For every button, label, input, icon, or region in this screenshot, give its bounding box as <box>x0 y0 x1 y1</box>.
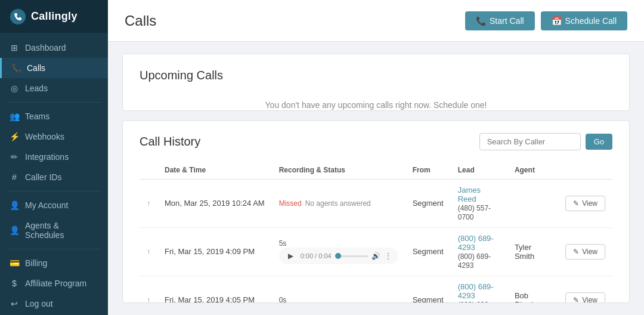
sidebar-item-label: Caller IDs <box>25 172 61 182</box>
edit-icon: ✎ <box>573 199 579 208</box>
webhooks-icon: ⚡ <box>10 132 19 141</box>
duration: 5s <box>279 239 287 248</box>
row-lead: (800) 689-4293(800) 689-4293 <box>451 227 507 276</box>
view-button[interactable]: ✎View <box>565 292 605 303</box>
arrow-icon: ↑ <box>147 199 150 208</box>
row-lead: (800) 689-4293(800) 689-4293 <box>451 276 507 303</box>
sidebar: Callingly ⊞ Dashboard 📞 Calls ◎ Leads 👥 … <box>0 0 108 315</box>
audio-time: 0:00 / 0:04 <box>301 252 332 260</box>
agent-name: Bob Rhodes <box>515 291 541 303</box>
lead-phone: (800) 689-4293 <box>458 252 491 270</box>
play-button[interactable]: ▶ <box>285 250 297 262</box>
sidebar-item-agents-schedules[interactable]: 👤 Agents & Schedules <box>0 215 108 245</box>
row-agent: Tyler Smith <box>507 227 558 276</box>
sidebar-item-label: Calls <box>27 63 45 73</box>
row-actions: ✎View <box>558 276 612 303</box>
sidebar-item-caller-ids[interactable]: # Caller IDs <box>0 167 108 187</box>
col-lead: Lead <box>451 161 507 180</box>
view-button[interactable]: ✎View <box>565 196 605 211</box>
call-history-table: Date & Time Recording & Status From Lead… <box>140 161 612 303</box>
phone-icon: 📞 <box>476 16 486 26</box>
row-recording-status: 5s ▶ 0:00 / 0:04 🔊 ⋮ <box>272 227 405 276</box>
row-from: Segment <box>405 276 451 303</box>
table-header-row: Date & Time Recording & Status From Lead… <box>140 161 612 180</box>
billing-icon: 💳 <box>10 258 19 268</box>
sidebar-item-label: Webhooks <box>25 132 64 141</box>
integrations-icon: ✏ <box>10 152 19 162</box>
call-history-header: Call History Go <box>140 133 612 150</box>
sidebar-item-label: Leads <box>25 84 48 93</box>
caller-ids-icon: # <box>10 172 19 182</box>
agents-icon: 👤 <box>10 226 19 235</box>
sidebar-item-label: My Account <box>25 200 68 210</box>
sidebar-item-logout[interactable]: ↩ Log out <box>0 294 108 314</box>
logout-icon: ↩ <box>10 299 19 308</box>
sidebar-item-billing[interactable]: 💳 Billing <box>0 253 108 273</box>
upcoming-calls-title: Upcoming Calls <box>140 69 612 82</box>
row-from: Segment <box>405 179 451 227</box>
lead-link[interactable]: James Reed <box>458 186 500 203</box>
page-title: Calls <box>125 13 156 29</box>
affiliate-icon: $ <box>10 279 19 288</box>
schedule-call-label: Schedule Call <box>565 16 617 26</box>
table-row: ↑Mon, Mar 25, 2019 10:24 AMMissedNo agen… <box>140 179 612 227</box>
status-missed: Missed <box>279 199 302 208</box>
sidebar-item-integrations[interactable]: ✏ Integrations <box>0 147 108 167</box>
nav-divider-3 <box>7 249 101 249</box>
edit-icon: ✎ <box>573 248 579 256</box>
sidebar-item-affiliate[interactable]: $ Affiliate Program <box>0 273 108 294</box>
call-history-table-wrap: Date & Time Recording & Status From Lead… <box>140 161 612 303</box>
logo-text: Callingly <box>31 10 78 23</box>
sidebar-item-my-account[interactable]: 👤 My Account <box>0 195 108 215</box>
arrow-icon: ↑ <box>147 296 150 303</box>
upcoming-calls-empty: You don't have any upcoming calls right … <box>140 94 612 111</box>
sidebar-item-teams[interactable]: 👥 Teams <box>0 106 108 126</box>
lead-phone: (480) 557-0700 <box>458 204 491 221</box>
sidebar-item-label: Integrations <box>25 152 69 162</box>
search-area: Go <box>479 133 612 150</box>
nav-divider-1 <box>7 102 101 103</box>
sidebar-item-leads[interactable]: ◎ Leads <box>0 78 108 98</box>
col-arrow <box>140 161 157 180</box>
lead-link[interactable]: (800) 689-4293 <box>458 234 500 252</box>
row-date: Fri, Mar 15, 2019 4:05 PM <box>157 276 272 303</box>
schedule-call-button[interactable]: 📅 Schedule Call <box>541 11 627 30</box>
row-date: Mon, Mar 25, 2019 10:24 AM <box>157 179 272 227</box>
volume-icon[interactable]: 🔊 <box>371 252 380 260</box>
start-call-button[interactable]: 📞 Start Call <box>465 11 535 30</box>
search-caller-input[interactable] <box>479 133 581 150</box>
search-go-button[interactable]: Go <box>586 134 612 150</box>
sidebar-item-label: Affiliate Program <box>25 279 86 288</box>
svg-point-0 <box>10 9 26 24</box>
page-header: Calls 📞 Start Call 📅 Schedule Call <box>108 0 644 42</box>
callingly-logo-icon <box>10 8 26 25</box>
progress-bar[interactable] <box>335 255 368 257</box>
more-options-icon[interactable]: ⋮ <box>384 251 392 261</box>
dashboard-icon: ⊞ <box>10 43 19 52</box>
row-recording-status: 0s <box>272 276 405 303</box>
sidebar-item-label: Log out <box>25 299 53 308</box>
logo[interactable]: Callingly <box>0 0 108 33</box>
sidebar-item-dashboard[interactable]: ⊞ Dashboard <box>0 38 108 58</box>
sidebar-item-webhooks[interactable]: ⚡ Webhooks <box>0 126 108 147</box>
audio-player: ▶ 0:00 / 0:04 🔊 ⋮ <box>279 248 398 264</box>
calls-icon: 📞 <box>11 63 21 73</box>
sidebar-item-label: Billing <box>25 258 47 268</box>
row-date: Fri, Mar 15, 2019 4:09 PM <box>157 227 272 276</box>
lead-link[interactable]: (800) 689-4293 <box>458 282 500 300</box>
edit-icon: ✎ <box>573 296 579 303</box>
arrow-icon: ↑ <box>147 248 150 256</box>
row-actions: ✎View <box>558 227 612 276</box>
no-agents-text: No agents answered <box>305 199 371 208</box>
call-history-tbody: ↑Mon, Mar 25, 2019 10:24 AMMissedNo agen… <box>140 179 612 303</box>
progress-handle <box>335 253 341 259</box>
header-actions: 📞 Start Call 📅 Schedule Call <box>465 11 627 30</box>
sidebar-item-label: Agents & Schedules <box>25 221 98 240</box>
row-agent <box>507 179 558 227</box>
view-button[interactable]: ✎View <box>565 244 605 260</box>
content-area: Upcoming Calls You don't have any upcomi… <box>108 42 644 315</box>
row-from: Segment <box>405 227 451 276</box>
nav-menu: ⊞ Dashboard 📞 Calls ◎ Leads 👥 Teams ⚡ We… <box>0 33 108 315</box>
row-recording-status: MissedNo agents answered <box>272 179 405 227</box>
sidebar-item-calls[interactable]: 📞 Calls <box>0 58 108 78</box>
